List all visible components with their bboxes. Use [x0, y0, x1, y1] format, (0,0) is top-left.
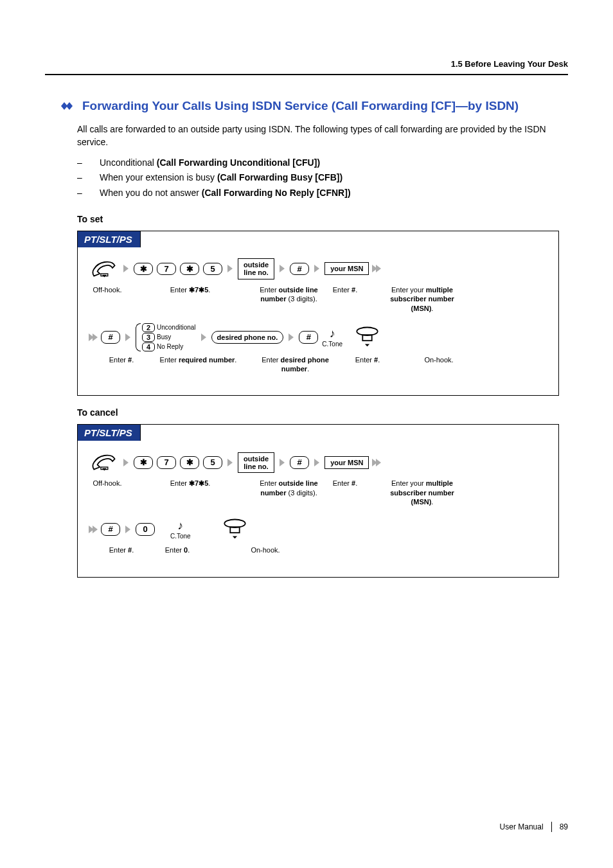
five-key: 5 [203, 456, 222, 469]
hash-key: # [101, 523, 120, 536]
five-key: 5 [203, 263, 222, 276]
option-group: 2Unconditional 3Busy 4No Reply [136, 323, 196, 351]
msn-box: your MSN [324, 456, 369, 469]
note-icon: ♪ [177, 519, 183, 533]
msn-caption: Enter your multiple subscriber number (M… [380, 285, 464, 313]
desired-caption: Enter desired phone number. [258, 355, 332, 374]
hash-key: # [101, 331, 120, 344]
list-item: –When your extension is busy (Call Forwa… [77, 170, 568, 186]
arrow-icon [201, 333, 206, 341]
hash-caption: Enter #. [105, 355, 138, 364]
arrow-icon [314, 265, 319, 272]
header-section: 1.5 Before Leaving Your Desk [45, 59, 568, 69]
hash-key: # [299, 331, 318, 344]
hash-caption: Enter #. [105, 545, 138, 554]
list-item: –Unconditional (Call Forwarding Uncondit… [77, 155, 568, 171]
section-heading: Forwarding Your Calls Using ISDN Service… [45, 98, 568, 114]
star-key: ✱ [180, 456, 199, 469]
arrow-icon [123, 459, 129, 466]
onhook-caption: On-hook. [420, 355, 458, 364]
phone-type-tab: PT/SLT/PS [77, 231, 141, 247]
intro-text: All calls are forwarded to an outside pa… [45, 123, 568, 148]
onhook-icon [220, 517, 249, 542]
to-set-heading: To set [45, 214, 568, 224]
svg-marker-1 [66, 102, 73, 110]
set-flow-box: PT/SLT/PS ✱ 7 ✱ 5 outside line no. # you… [77, 231, 559, 396]
offhook-caption: Off-hook. [89, 479, 125, 488]
outside-caption: Enter outside line number (3 digits). [255, 479, 323, 497]
star-key: ✱ [134, 263, 153, 276]
double-arrow-icon [89, 526, 97, 533]
zero-key: 0 [136, 523, 155, 536]
confirmation-tone: ♪ C.Tone [322, 327, 342, 348]
double-arrow-icon [89, 333, 97, 341]
page-footer: User Manual 89 [500, 822, 568, 832]
required-caption: Enter required number. [155, 355, 242, 364]
seven-key: 7 [157, 456, 176, 469]
double-arrow-icon [373, 459, 380, 466]
svg-rect-2 [101, 274, 108, 276]
offhook-caption: Off-hook. [89, 285, 125, 294]
outside-line-box: outside line no. [238, 452, 274, 473]
confirmation-tone: ♪ C.Tone [170, 519, 191, 540]
heading-text: Forwarding Your Calls Using ISDN Service… [82, 99, 519, 112]
enter-code-caption: Enter ✱7✱5. [142, 479, 238, 488]
hash-key: # [290, 263, 309, 276]
svg-point-6 [224, 520, 245, 528]
list-item: –When you do not answer (Call Forwarding… [77, 186, 568, 201]
hash-caption: Enter #. [349, 355, 386, 364]
page-number: 89 [560, 822, 568, 831]
onhook-caption: On-hook. [246, 545, 285, 554]
arrow-icon [123, 265, 129, 272]
arrow-icon [125, 333, 130, 341]
hash-caption: Enter #. [326, 479, 364, 488]
outside-line-box: outside line no. [238, 258, 274, 279]
offhook-icon [89, 450, 118, 475]
msn-caption: Enter your multiple subscriber number (M… [380, 479, 464, 506]
to-cancel-heading: To cancel [45, 407, 568, 418]
msn-box: your MSN [324, 262, 369, 275]
svg-rect-5 [101, 467, 108, 470]
arrow-icon [314, 459, 319, 466]
arrow-icon [280, 265, 285, 272]
svg-point-3 [357, 328, 377, 336]
note-icon: ♪ [330, 327, 335, 341]
arrow-icon [280, 459, 285, 466]
outside-caption: Enter outside line number (3 digits). [255, 285, 323, 304]
arrow-icon [125, 526, 130, 533]
hash-caption: Enter #. [326, 285, 364, 294]
enter-code-caption: Enter ✱7✱5. [142, 285, 238, 294]
offhook-icon [89, 256, 118, 281]
enter0-caption: Enter 0. [155, 545, 200, 554]
arrow-icon [289, 333, 294, 341]
hash-key: # [290, 456, 309, 469]
desired-phone-box: desired phone no. [211, 331, 284, 344]
onhook-icon [353, 324, 382, 350]
star-key: ✱ [134, 456, 153, 469]
manual-label: User Manual [500, 822, 544, 831]
double-arrow-icon [373, 265, 380, 272]
arrow-icon [227, 265, 233, 272]
seven-key: 7 [157, 263, 176, 276]
divider [45, 74, 568, 75]
arrow-icon [227, 459, 233, 466]
star-key: ✱ [180, 263, 199, 276]
cancel-flow-box: PT/SLT/PS ✱ 7 ✱ 5 outside line no. # you… [77, 424, 559, 577]
phone-type-tab: PT/SLT/PS [77, 424, 141, 441]
forwarding-types-list: –Unconditional (Call Forwarding Uncondit… [45, 155, 568, 201]
